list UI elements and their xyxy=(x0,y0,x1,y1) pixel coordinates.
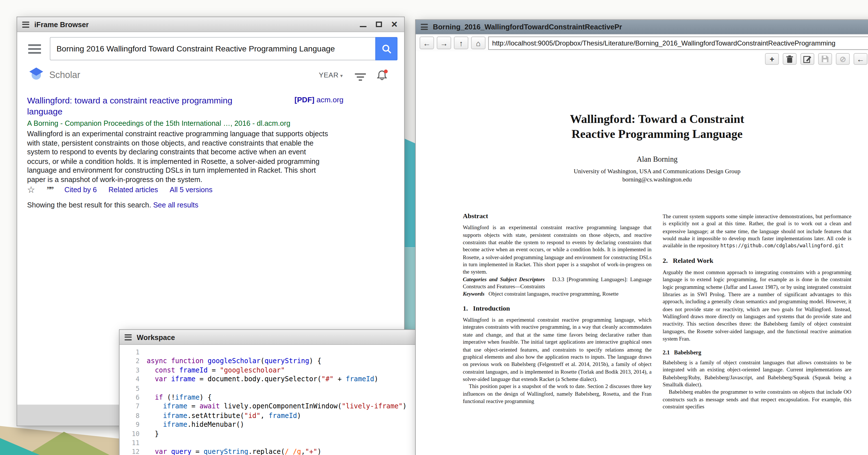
code-text: iframe = await lively.openComponentInWin… xyxy=(147,402,406,411)
code-line: 5 xyxy=(120,384,415,393)
history-back-button[interactable]: ← xyxy=(854,53,867,65)
result-byline: A Borning - Companion Proceedings of the… xyxy=(27,119,290,127)
line-number: 1 xyxy=(120,347,147,357)
categories-text: Categories and Subject Descriptors D.3.3… xyxy=(463,276,651,290)
editor-toolbar: + ⊘ xyxy=(416,52,868,66)
home-button[interactable]: ⌂ xyxy=(471,36,486,49)
save-button[interactable] xyxy=(818,53,832,65)
column2-paragraph: The current system supports some simple … xyxy=(663,213,851,250)
window-title: Borning_2016_WallingfordTowardConstraint… xyxy=(433,23,622,31)
code-text: } xyxy=(147,429,159,438)
see-all-results-link[interactable]: See all results xyxy=(153,201,198,209)
code-text: const frameId = "googlescholoar" xyxy=(147,366,285,375)
scholar-brand-label: Scholar xyxy=(49,70,80,80)
maximize-button[interactable] xyxy=(376,22,382,27)
code-line: 3 const frameId = "googlescholoar" xyxy=(120,366,415,375)
code-editor[interactable]: 12async function googleScholar(queryStri… xyxy=(120,345,415,455)
edit-button[interactable] xyxy=(801,53,814,65)
desktop: iFrame Browser × Scho xyxy=(0,0,868,455)
line-number: 5 xyxy=(120,384,147,393)
minimize-icon xyxy=(360,26,367,27)
line-number: 11 xyxy=(120,438,147,447)
pdf-window-titlebar[interactable]: Borning_2016_WallingfordTowardConstraint… xyxy=(416,20,868,34)
trash-icon xyxy=(786,55,793,63)
paper-author: Alan Borning xyxy=(463,155,851,163)
section-1-heading: 1. Introduction xyxy=(463,305,651,312)
pdf-source: acm.org xyxy=(314,96,343,104)
section-2-heading: 2. Related Work xyxy=(663,257,851,265)
babelsberg-paragraph-1: Babelsberg is a family of object constra… xyxy=(663,359,851,388)
menu-hamburger-icon[interactable] xyxy=(28,44,41,56)
filter-icon[interactable] xyxy=(355,73,366,84)
line-number: 7 xyxy=(120,402,147,411)
url-input[interactable] xyxy=(488,36,868,50)
alerts-bell-icon[interactable] xyxy=(376,69,388,83)
chevron-down-icon: ▾ xyxy=(340,73,343,79)
intro-paragraph-1: Wallingford is an experimental constrain… xyxy=(463,316,651,383)
cancel-button[interactable]: ⊘ xyxy=(836,53,850,65)
paper-left-column: Abstract Wallingford is an experimental … xyxy=(463,213,651,411)
code-line: 6 if (!iframe) { xyxy=(120,393,415,402)
window-menu-icon[interactable] xyxy=(125,333,132,341)
window-title: Workspace xyxy=(137,333,175,341)
code-text: var query = queryString.replace(/ /g,"+"… xyxy=(147,447,321,455)
back-button[interactable]: ← xyxy=(420,36,434,49)
line-number: 12 xyxy=(120,447,147,455)
line-number: 6 xyxy=(120,393,147,402)
code-text: var iframe = document.body.querySelector… xyxy=(147,375,378,384)
paper-email: borning@cs.washington.edu xyxy=(463,176,851,183)
cited-by-link[interactable]: Cited by 6 xyxy=(64,185,97,193)
save-disk-icon xyxy=(822,55,829,62)
result-snippet: Wallingford is an experimental constrain… xyxy=(27,129,329,185)
repo-url: https://github.com/cdglabs/wallingford.g… xyxy=(720,243,844,249)
section-2-1-heading: 2.1 Babelsberg xyxy=(663,348,851,356)
code-line: 1 xyxy=(120,347,415,357)
line-number: 10 xyxy=(120,429,147,438)
iframe-browser-titlebar[interactable]: iFrame Browser × xyxy=(17,17,404,32)
abstract-text: Wallingford is an experimental constrain… xyxy=(463,224,651,276)
save-star-icon[interactable]: ☆ xyxy=(27,186,35,193)
code-text: if (!iframe) { xyxy=(147,393,212,402)
result-title-link[interactable]: Wallingford: toward a constraint reactiv… xyxy=(27,95,259,117)
search-input[interactable] xyxy=(50,37,376,60)
line-number: 8 xyxy=(120,411,147,420)
code-line: 2async function googleScholar(queryStrin… xyxy=(120,357,415,366)
delete-button[interactable] xyxy=(783,53,797,65)
line-number: 9 xyxy=(120,420,147,429)
line-number: 2 xyxy=(120,357,147,366)
year-filter-dropdown[interactable]: YEAR▾ xyxy=(319,71,343,79)
forward-button[interactable]: → xyxy=(437,36,451,49)
close-button[interactable]: × xyxy=(391,20,397,28)
window-controls: × xyxy=(360,20,399,28)
code-line: 10 } xyxy=(120,429,415,438)
abstract-heading: Abstract xyxy=(463,213,651,220)
code-line: 11 xyxy=(120,438,415,447)
result-actions: ☆ ”” Cited by 6 Related articles All 5 v… xyxy=(27,185,212,194)
keywords-text: Keywords Object constraint languages, re… xyxy=(463,290,651,298)
code-text: async function googleScholar(queryString… xyxy=(147,357,321,366)
pdf-tag: [PDF] xyxy=(294,96,315,104)
paper-document: Wallingford: Toward a Constraint Reactiv… xyxy=(463,112,851,411)
scholar-logo-icon[interactable] xyxy=(29,67,44,83)
up-button[interactable]: ↑ xyxy=(454,36,468,49)
code-line: 12 var query = queryString.replace(/ /g,… xyxy=(120,447,415,455)
add-button[interactable]: + xyxy=(765,53,779,65)
intro-paragraph-2: This position paper is a snapshot of the… xyxy=(463,383,651,405)
window-menu-icon[interactable] xyxy=(421,22,428,31)
search-button[interactable] xyxy=(375,37,397,60)
paper-title: Wallingford: Toward a Constraint Reactiv… xyxy=(463,112,851,142)
code-line: 8 iframe.setAttribute("id", frameId) xyxy=(120,411,415,420)
workspace-titlebar[interactable]: Workspace xyxy=(120,330,415,345)
window-menu-icon[interactable] xyxy=(22,20,29,29)
all-versions-link[interactable]: All 5 versions xyxy=(170,185,213,193)
pdf-browser-window: Borning_2016_WallingfordTowardConstraint… xyxy=(415,20,868,455)
paper-right-column: The current system supports some simple … xyxy=(663,213,851,411)
result-pdf-link[interactable]: [PDF] acm.org xyxy=(294,96,344,104)
screenshot-viewport: iFrame Browser × Scho xyxy=(0,0,868,455)
minimize-button[interactable] xyxy=(360,22,367,27)
code-line: 9 iframe.hideMenubar() xyxy=(120,420,415,429)
line-number: 4 xyxy=(120,375,147,384)
pdf-page[interactable]: Wallingford: Toward a Constraint Reactiv… xyxy=(416,66,868,455)
cite-quote-icon[interactable]: ”” xyxy=(46,185,53,194)
related-articles-link[interactable]: Related articles xyxy=(108,185,158,193)
